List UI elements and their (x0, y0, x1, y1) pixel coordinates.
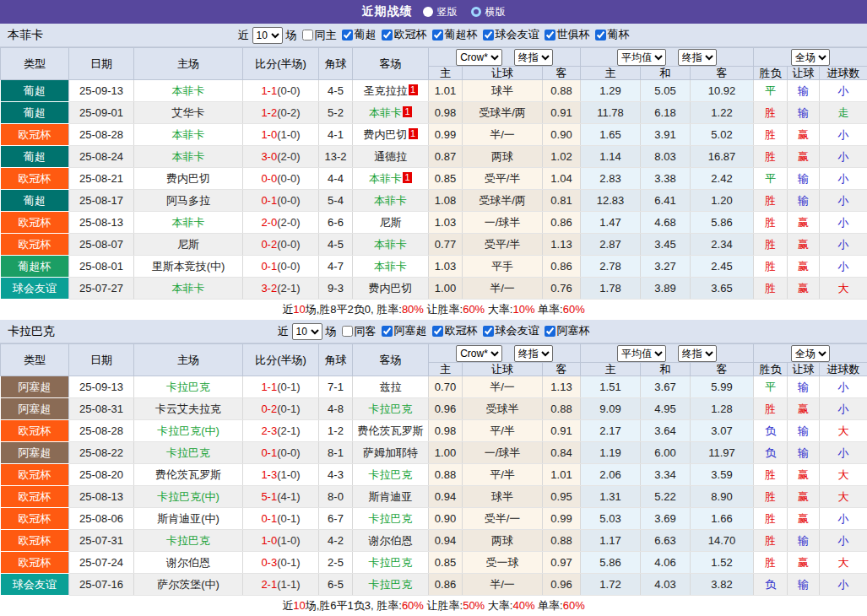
handicap-cell: 球半 (463, 80, 543, 102)
average-select[interactable]: 平均值 (617, 345, 666, 362)
league-checkbox[interactable] (382, 30, 393, 41)
league-filter-label: 球会友谊 (496, 323, 539, 338)
bookmaker-final-select[interactable]: 终指 (514, 345, 553, 362)
radio-vertical-layout[interactable]: 竖版 (423, 5, 458, 19)
average-final-select[interactable]: 终指 (678, 345, 717, 362)
red-card-badge: 1 (409, 128, 418, 139)
bookmaker-select[interactable]: Crow* (456, 49, 502, 66)
summary-segment: 10 (293, 599, 305, 612)
halftime-score: (1-1) (277, 578, 300, 591)
league-filter[interactable]: 欧冠杯 (377, 27, 427, 42)
handicap-result-cell: 赢 (788, 508, 820, 530)
league-type-badge: 球会友谊 (1, 278, 69, 300)
col-header-avg-draw: 和 (641, 67, 691, 80)
fulltime-score: 1-1 (261, 84, 277, 97)
col-header-odds-away: 客 (543, 363, 581, 376)
league-filter[interactable]: 葡超杯 (427, 27, 478, 42)
league-checkbox[interactable] (545, 30, 555, 41)
same-venue-label: 同客 (355, 324, 377, 339)
league-checkbox[interactable] (483, 30, 494, 41)
home-team: 卡拉巴克 (134, 442, 243, 464)
league-filter[interactable]: 阿塞杯 (539, 323, 590, 338)
league-filter[interactable]: 葡超 (337, 27, 377, 42)
bookmaker-final-select[interactable]: 终指 (514, 49, 553, 66)
match-count-select[interactable]: 10 (252, 27, 283, 44)
average-final-select[interactable]: 终指 (678, 49, 717, 66)
goals-result-cell: 小 (820, 190, 867, 212)
average-select[interactable]: 平均值 (617, 49, 666, 66)
same-venue-checkbox[interactable] (302, 30, 313, 41)
avg-home-cell: 1.14 (581, 146, 641, 168)
col-header-goals-result: 进球数 (820, 67, 867, 80)
handicap-cell: 受球半/两 (463, 102, 543, 124)
result-cell: 胜 (754, 398, 788, 420)
home-team: 阿马多拉 (134, 190, 243, 212)
avg-draw-cell: 4.95 (641, 398, 691, 420)
fulltime-score: 1-2 (261, 106, 277, 119)
crow-away-cell: 0.86 (543, 256, 581, 278)
league-checkbox[interactable] (432, 326, 443, 337)
league-filter-label: 欧冠杯 (445, 323, 478, 338)
bookmaker-select[interactable]: Crow* (456, 345, 502, 362)
handicap-cell: 受球半/两 (463, 190, 543, 212)
avg-away-cell: 1.22 (691, 102, 754, 124)
league-filter[interactable]: 欧冠杯 (427, 323, 478, 338)
home-team: 里斯本竞技(中) (134, 256, 243, 278)
avg-home-cell: 2.78 (581, 256, 641, 278)
average-header-cell: 平均值 终指 (581, 48, 754, 67)
league-filter[interactable]: 球会友谊 (478, 27, 539, 42)
radio-horizontal-layout[interactable]: 横版 (471, 5, 506, 19)
handicap-result-cell: 赢 (788, 278, 820, 300)
same-venue-filter[interactable]: 同客 (337, 324, 377, 339)
league-filter-label: 葡超 (355, 27, 377, 42)
score-cell: 1-2(0-2) (243, 102, 319, 124)
home-team-name: 本菲卡 (172, 282, 205, 294)
corner-score: 1-2 (319, 420, 353, 442)
col-header-score: 比分(半场) (243, 48, 319, 80)
league-filter[interactable]: 葡杯 (590, 27, 630, 42)
avg-home-cell: 11.78 (581, 102, 641, 124)
away-team: 卡拉巴克 (353, 508, 429, 530)
halftime-score: (0-0) (277, 194, 300, 207)
summary-segment: 大率: (485, 303, 512, 316)
col-header-handicap-result: 让球 (788, 363, 820, 376)
score-cell: 1-0(1-0) (243, 530, 319, 552)
league-checkbox[interactable] (595, 30, 606, 41)
fulltime-score: 0-1 (261, 446, 277, 459)
goals-result-cell: 小 (820, 398, 867, 420)
result-cell: 胜 (754, 190, 788, 212)
handicap-result-cell: 输 (788, 376, 820, 398)
handicap-result-cell: 输 (788, 168, 820, 190)
league-checkbox[interactable] (432, 30, 443, 41)
league-filter[interactable]: 世俱杯 (539, 27, 590, 42)
scope-select[interactable]: 全场 (791, 345, 830, 362)
league-checkbox[interactable] (545, 326, 555, 337)
league-type-badge: 欧冠杯 (1, 420, 69, 442)
handicap-cell: 两球 (463, 146, 543, 168)
crow-away-cell: 0.91 (543, 420, 581, 442)
league-type-badge: 球会友谊 (1, 574, 69, 596)
avg-away-cell: 8.90 (691, 486, 754, 508)
home-team: 尼斯 (134, 234, 243, 256)
match-date: 25-08-28 (69, 420, 134, 442)
away-team: 斯肯迪亚 (353, 486, 429, 508)
matches-label: 场 (326, 324, 337, 339)
avg-home-cell: 2.87 (581, 234, 641, 256)
scope-select[interactable]: 全场 (791, 49, 830, 66)
league-filter[interactable]: 阿塞超 (377, 323, 427, 338)
halftime-score: (0-0) (277, 238, 300, 251)
league-checkbox[interactable] (483, 326, 494, 337)
match-count-select[interactable]: 10 (292, 323, 322, 340)
match-row: 欧冠杯25-08-07尼斯0-2(0-0)4-5本菲卡0.77受平/半1.132… (1, 234, 867, 256)
crow-away-cell: 0.96 (543, 574, 581, 596)
match-date: 25-09-13 (69, 376, 134, 398)
league-checkbox[interactable] (382, 326, 393, 337)
score-cell: 0-1(0-0) (243, 190, 319, 212)
same-venue-checkbox[interactable] (342, 326, 353, 337)
league-checkbox[interactable] (342, 30, 353, 41)
away-team-name: 谢尔伯恩 (369, 534, 413, 547)
matches-table: 类型 日期 主场 比分(半场) 角球 客场 Crow* 终指 平均值 终指 (0, 47, 867, 300)
league-filter[interactable]: 球会友谊 (478, 323, 539, 338)
avg-away-cell: 10.92 (691, 80, 754, 102)
same-venue-filter[interactable]: 同主 (297, 28, 337, 43)
